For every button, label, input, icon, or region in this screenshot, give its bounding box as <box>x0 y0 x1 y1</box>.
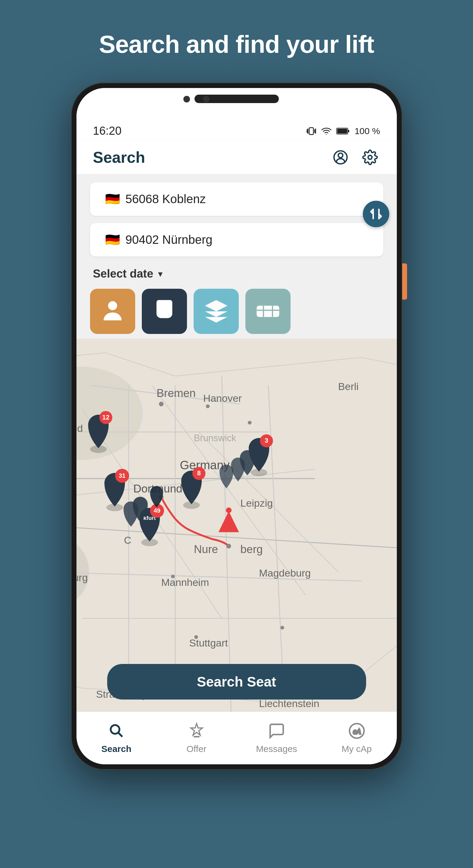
svg-text:Hanover: Hanover <box>203 393 242 404</box>
messages-nav-icon <box>268 722 285 741</box>
svg-rect-14 <box>257 306 279 317</box>
status-icons: 100 % <box>306 126 380 136</box>
status-time: 16:20 <box>93 124 122 137</box>
battery-text: 100 % <box>354 126 380 136</box>
nav-search[interactable]: Search <box>76 712 157 764</box>
nav-messages[interactable]: Messages <box>237 712 317 764</box>
svg-text:C: C <box>124 534 131 546</box>
svg-point-37 <box>248 421 251 424</box>
dropbox-icon <box>203 298 230 325</box>
svg-text:Nure: Nure <box>194 543 218 555</box>
svg-text:12: 12 <box>102 413 109 421</box>
origin-field[interactable]: 🇩🇪 56068 Koblenz <box>90 182 383 216</box>
svg-text:Bremen: Bremen <box>157 387 196 399</box>
filter-person[interactable] <box>90 289 135 334</box>
mycap-nav-label: My cAp <box>341 744 372 754</box>
cargo-icon <box>255 298 281 325</box>
date-selector[interactable]: Select date ▾ <box>76 262 397 286</box>
profile-button[interactable] <box>330 147 351 167</box>
svg-point-86 <box>226 507 232 513</box>
offer-nav-label: Offer <box>187 744 206 754</box>
nav-mycap[interactable]: cA My cAp <box>317 712 397 764</box>
header-icons <box>330 147 380 167</box>
seat-icon <box>151 298 178 325</box>
page-title: Search and find your lift <box>99 30 374 59</box>
search-seat-label: Search Seat <box>197 674 276 689</box>
phone-frame: 16:20 <box>71 83 402 770</box>
swap-icon <box>369 207 383 221</box>
camera-left <box>183 96 190 102</box>
svg-text:berg: berg <box>240 543 263 555</box>
svg-text:49: 49 <box>154 507 160 514</box>
svg-text:Leipzig: Leipzig <box>240 497 273 509</box>
camera-right <box>203 96 209 102</box>
svg-point-88 <box>110 725 119 734</box>
svg-point-36 <box>206 404 209 408</box>
battery-icon <box>336 127 349 135</box>
gear-icon <box>362 150 378 165</box>
filter-luggage[interactable] <box>194 289 239 334</box>
svg-text:Luxembourg: Luxembourg <box>76 572 88 583</box>
status-bar: 16:20 <box>76 121 397 141</box>
phone-screen: 16:20 <box>76 88 397 764</box>
swap-button[interactable] <box>363 201 389 227</box>
app-header: Search <box>76 141 397 174</box>
wifi-icon <box>321 126 332 136</box>
chevron-down-icon: ▾ <box>158 269 163 279</box>
svg-line-89 <box>118 733 122 737</box>
settings-button[interactable] <box>360 147 380 167</box>
search-seat-button[interactable]: Search Seat <box>107 664 366 700</box>
search-nav-icon <box>108 722 125 741</box>
vibrate-icon <box>306 126 316 136</box>
svg-text:Magdeburg: Magdeburg <box>259 567 311 579</box>
map-svg: Bremen Hanover Berli Dortmund Germany Nu… <box>76 339 397 712</box>
svg-text:Brunswick: Brunswick <box>194 433 236 443</box>
svg-point-35 <box>159 402 163 406</box>
messages-nav-label: Messages <box>256 744 297 754</box>
origin-flag: 🇩🇪 <box>105 192 120 206</box>
svg-text:3: 3 <box>264 437 268 444</box>
offer-nav-icon <box>188 722 205 741</box>
bottom-nav: Search Offer Messages <box>76 712 397 764</box>
svg-rect-6 <box>337 129 347 133</box>
filter-seat[interactable] <box>142 289 187 334</box>
mycap-nav-icon: cA <box>348 722 366 741</box>
svg-text:Mannheim: Mannheim <box>161 577 209 588</box>
svg-text:8: 8 <box>197 469 201 477</box>
phone-notch <box>76 88 397 121</box>
nav-offer[interactable]: Offer <box>157 712 237 764</box>
person-circle-icon <box>333 150 348 165</box>
svg-point-39 <box>226 544 231 548</box>
destination-text: 90402 Nürnberg <box>126 233 212 247</box>
svg-point-10 <box>368 156 372 159</box>
search-nav-label: Search <box>101 744 131 754</box>
svg-point-13 <box>108 301 117 310</box>
svg-point-42 <box>280 626 284 629</box>
svg-rect-7 <box>348 130 349 132</box>
svg-point-9 <box>338 153 343 158</box>
svg-text:etherland: etherland <box>76 423 83 434</box>
destination-flag: 🇩🇪 <box>105 233 120 247</box>
app-header-title: Search <box>93 148 145 166</box>
map-area[interactable]: Bremen Hanover Berli Dortmund Germany Nu… <box>76 339 397 712</box>
search-fields-container: 🇩🇪 56068 Koblenz 🇩🇪 90402 Nürnber <box>76 174 397 262</box>
svg-text:cA: cA <box>353 728 361 735</box>
date-label: Select date <box>93 267 154 280</box>
filter-icons-row <box>76 286 397 339</box>
svg-text:31: 31 <box>119 472 125 479</box>
filter-cargo[interactable] <box>245 289 291 334</box>
destination-field[interactable]: 🇩🇪 90402 Nürnberg <box>90 223 383 256</box>
origin-wrapper: 🇩🇪 56068 Koblenz <box>90 182 383 216</box>
svg-text:Berli: Berli <box>338 381 359 392</box>
origin-text: 56068 Koblenz <box>126 192 206 206</box>
svg-text:Stuttgart: Stuttgart <box>189 637 228 649</box>
svg-rect-0 <box>309 127 313 134</box>
person-icon <box>99 298 126 325</box>
